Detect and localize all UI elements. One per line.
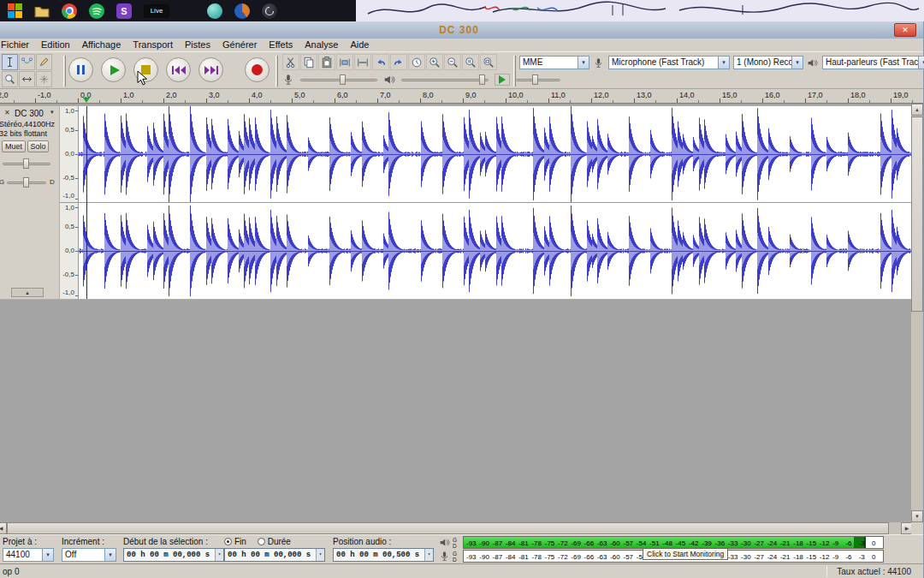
- media-app-icon[interactable]: [207, 3, 222, 19]
- obs-icon[interactable]: [262, 3, 277, 19]
- slider-thumb[interactable]: [23, 177, 29, 188]
- browser-app-icon[interactable]: [234, 3, 250, 19]
- close-button[interactable]: ✕: [894, 23, 916, 37]
- chevron-down-icon[interactable]: ▾: [215, 549, 223, 561]
- sync-lock-button[interactable]: [408, 54, 425, 70]
- spotify-icon[interactable]: [89, 3, 104, 19]
- chevron-down-icon[interactable]: ▾: [918, 57, 924, 69]
- mute-button[interactable]: Muet: [2, 140, 26, 152]
- zoom-selection-button[interactable]: [462, 54, 479, 70]
- recording-device-select[interactable]: Microphone (Fast Track) ▾: [608, 56, 730, 69]
- menu-item-ge-ne-rer[interactable]: Générer: [216, 39, 263, 51]
- windows-start-icon[interactable]: [7, 3, 22, 19]
- chevron-down-icon[interactable]: ▾: [42, 549, 53, 561]
- pan-slider[interactable]: [7, 176, 46, 188]
- titlebar[interactable]: DC 300 ✕: [0, 21, 923, 39]
- duration-radio[interactable]: [258, 538, 265, 545]
- vscroll-thumb[interactable]: [911, 116, 923, 312]
- record-button[interactable]: [245, 57, 270, 82]
- cut-button[interactable]: [282, 54, 299, 70]
- timeline-ruler[interactable]: -2,0-1,00,01,02,03,04,05,06,07,08,09,010…: [0, 89, 923, 104]
- chevron-down-icon[interactable]: ▾: [424, 549, 433, 561]
- scroll-down-icon[interactable]: ▼: [911, 510, 923, 522]
- envelope-tool-button[interactable]: [19, 54, 35, 70]
- recording-volume-slider[interactable]: [300, 74, 377, 86]
- ableton-live-icon[interactable]: Live: [144, 4, 169, 18]
- zoom-fit-button[interactable]: [480, 54, 497, 70]
- zoom-tool-button[interactable]: [2, 71, 18, 87]
- chevron-down-icon[interactable]: ▾: [578, 57, 589, 69]
- undo-button[interactable]: [372, 54, 389, 70]
- chevron-down-icon[interactable]: ▾: [718, 57, 729, 69]
- waveform-channel-right[interactable]: [79, 203, 913, 299]
- menu-item-pistes[interactable]: Pistes: [179, 39, 216, 51]
- play-speed-slider[interactable]: [516, 74, 560, 86]
- pause-button[interactable]: [68, 57, 93, 82]
- silence-button[interactable]: [354, 54, 371, 70]
- play-button[interactable]: [101, 57, 126, 82]
- toolbar-grip[interactable]: [275, 56, 278, 86]
- slider-thumb[interactable]: [23, 158, 29, 169]
- selection-start-field[interactable]: 00 h 00 m 00,000 s ▾: [123, 548, 224, 562]
- slider-thumb[interactable]: [479, 74, 485, 85]
- menu-item-aide[interactable]: Aide: [344, 39, 375, 51]
- vertical-scrollbar[interactable]: ▲ ▼: [911, 104, 923, 522]
- chrome-icon[interactable]: [62, 3, 77, 19]
- hscroll-thumb[interactable]: [7, 522, 889, 534]
- time-shift-tool-button[interactable]: [19, 71, 35, 87]
- zoom-in-button[interactable]: [426, 54, 443, 70]
- serato-icon[interactable]: S: [116, 3, 132, 19]
- solo-button[interactable]: Solo: [27, 140, 49, 152]
- track-name[interactable]: DC 300: [15, 109, 44, 118]
- skip-end-button[interactable]: [198, 57, 223, 82]
- pause-icon: [77, 65, 85, 74]
- zoom-out-button[interactable]: [444, 54, 461, 70]
- audio-track[interactable]: ✕ DC 300 ▾ Stéréo,44100Hz 32 bits flotta…: [0, 105, 912, 300]
- chevron-down-icon[interactable]: ▾: [316, 549, 324, 561]
- play-at-speed-button[interactable]: [495, 74, 510, 86]
- microphone-icon[interactable]: [439, 551, 451, 563]
- gain-slider[interactable]: [3, 158, 50, 170]
- waveform-channel-left[interactable]: [79, 106, 913, 202]
- chevron-down-icon[interactable]: ▾: [104, 549, 116, 561]
- audio-host-select[interactable]: MME ▾: [519, 56, 589, 69]
- playback-meter[interactable]: -93-90-87-84-81-78-75-72-69-66-63-60-57-…: [463, 536, 884, 549]
- multi-tool-button[interactable]: [36, 71, 52, 87]
- menu-item-edition[interactable]: Edition: [35, 39, 76, 51]
- selection-end-field[interactable]: 00 h 00 m 00,000 s ▾: [224, 548, 325, 562]
- track-area[interactable]: ✕ DC 300 ▾ Stéréo,44100Hz 32 bits flotta…: [0, 104, 913, 522]
- redo-button[interactable]: [390, 54, 407, 70]
- toolbar-grip[interactable]: [63, 56, 66, 86]
- menu-item-analyse[interactable]: Analyse: [299, 39, 344, 51]
- skip-start-button[interactable]: [166, 57, 191, 82]
- ruler-label: 16,0: [765, 91, 780, 99]
- speaker-icon[interactable]: [439, 537, 451, 549]
- menu-item-affichage[interactable]: Affichage: [76, 39, 127, 51]
- playback-volume-slider[interactable]: [401, 74, 489, 86]
- menu-item-transport[interactable]: Transport: [127, 39, 179, 51]
- end-radio[interactable]: [224, 538, 232, 545]
- menu-item-effets[interactable]: Effets: [263, 39, 299, 51]
- slider-thumb[interactable]: [532, 74, 538, 85]
- scroll-up-icon[interactable]: ▲: [911, 104, 923, 116]
- track-close-button[interactable]: ✕: [4, 109, 10, 116]
- copy-button[interactable]: [300, 54, 317, 70]
- file-explorer-icon[interactable]: [34, 3, 50, 19]
- draw-tool-button[interactable]: [36, 54, 52, 70]
- playback-device-select[interactable]: Haut-parleurs (Fast Track) ▾: [822, 56, 924, 69]
- project-rate-select[interactable]: 44100 ▾: [3, 548, 54, 562]
- menu-item-fichier[interactable]: Fichier: [0, 39, 35, 51]
- trim-button[interactable]: [336, 54, 353, 70]
- paste-button[interactable]: [318, 54, 335, 70]
- track-menu-icon[interactable]: ▾: [50, 109, 54, 116]
- track-collapse-button[interactable]: ▴: [11, 288, 44, 297]
- selection-tool-button[interactable]: [2, 54, 18, 70]
- slider-thumb[interactable]: [340, 74, 346, 85]
- scroll-left-icon[interactable]: ◀: [0, 522, 7, 534]
- snap-select[interactable]: Off ▾: [62, 548, 116, 562]
- chevron-down-icon[interactable]: ▾: [791, 57, 803, 69]
- recording-channels-select[interactable]: 1 (Mono) Recordin ▾: [733, 56, 803, 69]
- horizontal-scrollbar[interactable]: ◀ ▶: [0, 522, 913, 534]
- ruler-minor-tick: [185, 100, 186, 103]
- audio-position-field[interactable]: 00 h 00 m 00,500 s ▾: [333, 548, 434, 562]
